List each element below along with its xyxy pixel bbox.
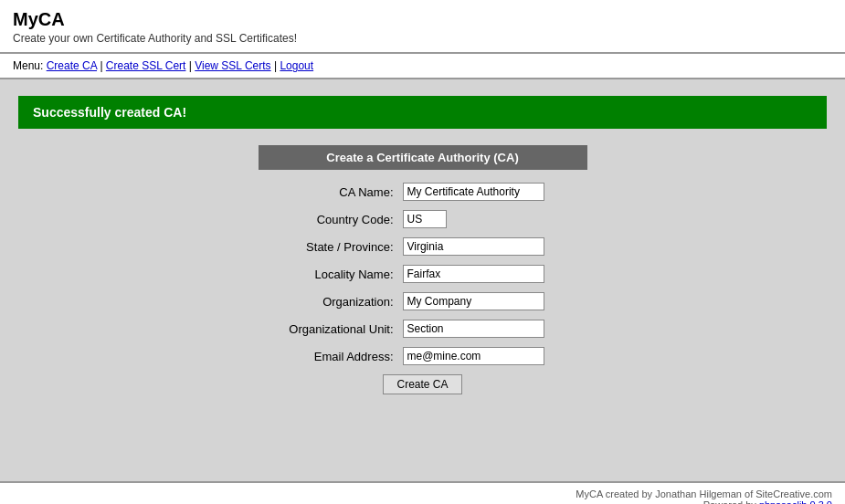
app-title: MyCA [13, 9, 832, 30]
organization-row: Organization: [268, 292, 578, 310]
state-input[interactable] [403, 237, 544, 256]
submit-row: Create CA [268, 374, 578, 394]
footer-link[interactable]: phpseaclib 0.3.0 [759, 499, 832, 504]
organization-label: Organization: [268, 295, 403, 309]
org-unit-row: Organizational Unit: [268, 320, 578, 338]
create-ca-button[interactable]: Create CA [383, 374, 461, 394]
app-subtitle: Create your own Certificate Authority an… [13, 32, 832, 45]
locality-input[interactable] [403, 265, 544, 283]
locality-row: Locality Name: [268, 265, 578, 283]
country-code-input[interactable] [403, 210, 447, 228]
form-body: CA Name: Country Code: State / Province:… [259, 170, 587, 407]
org-unit-label: Organizational Unit: [268, 322, 403, 336]
ca-name-input[interactable] [403, 183, 544, 201]
success-message: Successfully created CA! [33, 105, 186, 120]
country-code-label: Country Code: [268, 213, 403, 226]
state-row: State / Province: [268, 237, 578, 256]
form-title: Create a Certificate Authority (CA) [259, 145, 587, 170]
form-container: Create a Certificate Authority (CA) CA N… [259, 145, 587, 407]
locality-label: Locality Name: [268, 268, 403, 281]
ca-name-label: CA Name: [268, 185, 403, 199]
nav-logout[interactable]: Logout [280, 59, 313, 72]
footer-powered-by: Powered by [703, 499, 759, 504]
success-banner: Successfully created CA! [18, 96, 827, 129]
nav-create-ca[interactable]: Create CA [47, 59, 97, 72]
email-row: Email Address: [268, 347, 578, 365]
organization-input[interactable] [403, 292, 544, 310]
main-content: Successfully created CA! Create a Certif… [0, 79, 845, 481]
footer-text: MyCA created by Jonathan Hilgeman of Sit… [576, 488, 832, 499]
email-label: Email Address: [268, 350, 403, 363]
footer: MyCA created by Jonathan Hilgeman of Sit… [0, 481, 845, 504]
state-label: State / Province: [268, 240, 403, 254]
nav-view-ssl-certs[interactable]: View SSL Certs [195, 59, 270, 72]
org-unit-input[interactable] [403, 320, 544, 338]
country-code-row: Country Code: [268, 210, 578, 228]
email-input[interactable] [403, 347, 544, 365]
nav-create-ssl-cert[interactable]: Create SSL Cert [106, 59, 186, 72]
nav-bar: Menu: Create CA | Create SSL Cert | View… [0, 54, 845, 79]
nav-menu-label: Menu: [13, 59, 47, 72]
app-header: MyCA Create your own Certificate Authori… [0, 0, 845, 54]
ca-name-row: CA Name: [268, 183, 578, 201]
